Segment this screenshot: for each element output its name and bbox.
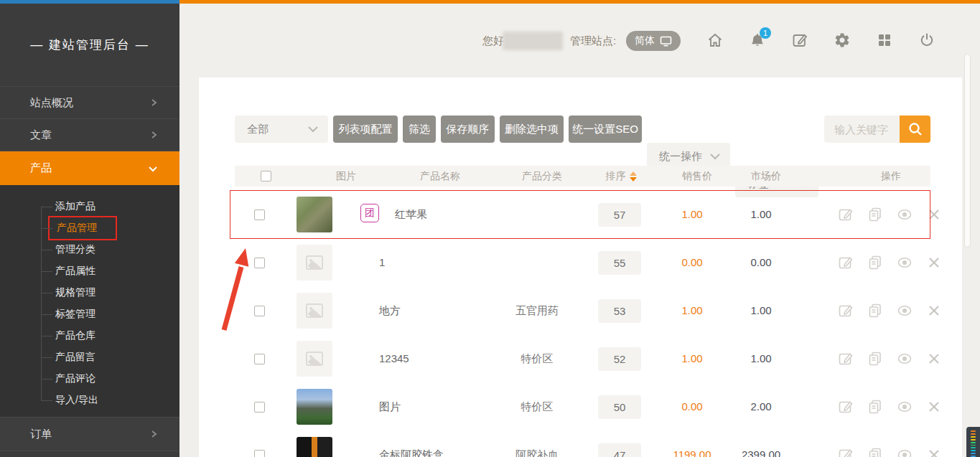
sale-price: 1.00 [660,304,724,316]
row-preview-eye-icon[interactable] [897,351,913,367]
submenu-product-reviews[interactable]: 产品评论 [0,368,179,390]
sidebar-item-articles[interactable]: 文章 [0,118,179,151]
product-thumbnail[interactable] [297,197,332,232]
home-icon[interactable] [706,32,724,49]
row-preview-eye-icon[interactable] [897,447,913,457]
sort-arrows-icon[interactable] [630,171,637,182]
product-thumbnail[interactable] [297,389,332,425]
notifications-bell-icon[interactable]: 1 [749,32,766,49]
product-thumbnail[interactable] [297,437,332,457]
sort-value[interactable]: 55 [598,251,641,275]
row-edit-icon[interactable] [838,255,854,270]
row-preview-eye-icon[interactable] [897,255,913,270]
dropdown-value: 统一操作 [659,150,702,164]
product-name[interactable]: 红苹果 [395,208,427,222]
submenu-add-product[interactable]: 添加产品 [0,196,179,217]
row-delete-icon[interactable] [926,399,942,415]
row-preview-eye-icon[interactable] [897,399,913,415]
row-copy-icon[interactable] [867,303,883,319]
language-label: 简体 [635,34,655,47]
edit-icon[interactable] [791,32,808,49]
language-switch-button[interactable]: 简体 [626,31,681,51]
product-name[interactable]: 12345 [379,352,409,364]
row-delete-icon[interactable] [926,303,942,319]
submenu-product-messages[interactable]: 产品留言 [0,347,179,368]
table-row: 图片 特价区 50 0.00 2.00 [230,383,930,431]
row-copy-icon[interactable] [867,207,883,222]
search-icon [907,121,923,137]
product-thumbnail-placeholder[interactable] [297,293,332,329]
submenu-manage-categories[interactable]: 管理分类 [0,239,179,260]
sale-price: 0.00 [660,256,724,268]
sidebar-item-orders[interactable]: 订单 [0,417,179,451]
row-edit-icon[interactable] [838,399,854,415]
market-price: 2399.00 [729,448,793,457]
row-checkbox[interactable] [254,402,265,413]
sale-price: 1.00 [660,208,724,220]
sort-value[interactable]: 57 [598,203,641,227]
sort-value[interactable]: 50 [598,395,641,419]
filter-all-dropdown[interactable]: 全部 [235,116,328,143]
select-all-checkbox[interactable] [261,171,271,182]
sort-value[interactable]: 47 [598,443,641,457]
apps-grid-icon[interactable] [876,32,893,49]
product-thumbnail-placeholder[interactable] [297,245,332,281]
seo-settings-button[interactable]: 统一设置SEO [569,116,642,143]
product-name[interactable]: 金标阿胶铁盒 [379,448,444,457]
submenu-tag-management[interactable]: 标签管理 [0,303,179,325]
product-name[interactable]: 1 [379,256,385,268]
sort-value[interactable]: 52 [598,347,641,371]
row-copy-icon[interactable] [867,351,883,367]
product-name[interactable]: 地方 [379,304,401,318]
row-checkbox[interactable] [254,354,265,364]
submenu-import-export[interactable]: 导入/导出 [0,390,179,411]
col-sort[interactable]: 排序 [592,166,650,187]
row-preview-eye-icon[interactable] [897,303,913,319]
submenu-spec-management[interactable]: 规格管理 [0,282,179,303]
list-config-button[interactable]: 列表项配置 [333,116,398,143]
sort-value[interactable]: 53 [598,299,641,323]
row-delete-icon[interactable] [926,255,942,270]
row-checkbox[interactable] [254,450,265,457]
row-preview-eye-icon[interactable] [897,207,913,222]
dropdown-value: 全部 [247,123,269,136]
settings-gear-icon[interactable] [834,32,851,49]
monitor-icon [660,36,672,47]
row-edit-icon[interactable] [838,351,854,367]
row-copy-icon[interactable] [867,255,883,270]
product-thumbnail-placeholder[interactable] [297,341,332,377]
product-name[interactable]: 图片 [379,400,401,414]
table-row: 金标阿胶铁盒 阿胶补血 47 1199.00 2399.00 [230,431,930,457]
content-card: 全部 列表项配置 筛选 保存顺序 删除选中项 统一设置SEO 统一操作 标签 图… [199,77,962,457]
search-button[interactable] [900,116,930,143]
submenu-product-management[interactable]: 产品管理 [0,217,179,239]
save-order-button[interactable]: 保存顺序 [441,116,495,143]
sidebar-item-site-overview[interactable]: 站点概况 [0,86,179,118]
submenu-product-warehouse[interactable]: 产品仓库 [0,325,179,347]
market-price: 0.00 [729,256,793,268]
row-edit-icon[interactable] [838,447,854,457]
market-price: 2.00 [729,400,793,413]
row-delete-icon[interactable] [926,447,942,457]
col-name: 产品名称 [411,166,469,187]
row-delete-icon[interactable] [926,351,942,367]
row-edit-icon[interactable] [838,303,854,319]
row-copy-icon[interactable] [867,399,883,415]
image-placeholder-icon [306,352,323,366]
row-delete-icon[interactable] [926,207,942,222]
table-row: 地方 五官用药 53 1.00 1.00 [230,287,930,335]
products-submenu: 添加产品 产品管理 管理分类 产品属性 规格管理 标签管理 产品仓库 产品留言 … [0,185,179,417]
submenu-product-attributes[interactable]: 产品属性 [0,260,179,282]
search-input[interactable] [824,116,900,143]
row-checkbox[interactable] [254,209,265,220]
filter-button[interactable]: 筛选 [403,116,436,143]
row-checkbox[interactable] [254,306,265,316]
row-edit-icon[interactable] [838,207,854,222]
logout-power-icon[interactable] [918,32,935,49]
scrollbar[interactable] [964,54,971,248]
delete-selected-button[interactable]: 删除选中项 [500,116,564,143]
row-copy-icon[interactable] [867,447,883,457]
sidebar-item-label: 产品 [30,161,52,175]
sidebar-item-products[interactable]: 产品 [0,151,179,185]
row-checkbox[interactable] [254,258,265,268]
